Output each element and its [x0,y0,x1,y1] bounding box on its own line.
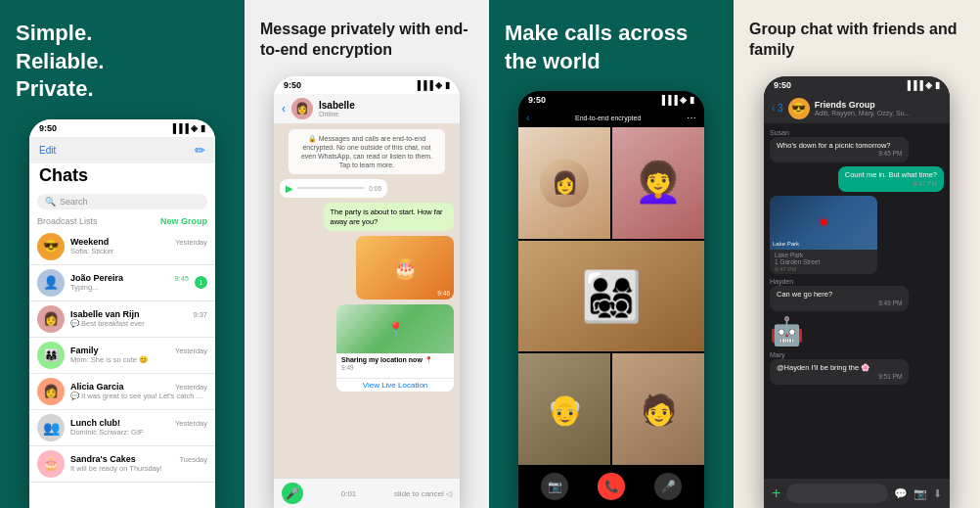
chat-item-weekend[interactable]: 😎 Weekend Yesterday Sofia: Sticker [29,229,215,265]
search-bar[interactable]: 🔍 Search [37,194,207,209]
phone-mockup-2: 9:50 ▐▐▐ ◈ ▮ ‹ 👩 Isabelle Online 🔒 Messa… [274,76,460,508]
status-bar-4: 9:50 ▐▐▐ ◈ ▮ [764,76,950,94]
chat-item-alicia[interactable]: 👩 Alicia Garcia Yesterday 💬 It was great… [29,374,215,410]
status-bar-2: 9:50 ▐▐▐ ◈ ▮ [274,76,460,94]
phone-mockup-4: 9:50 ▐▐▐ ◈ ▮ ‹ 3 😎 Friends Group Aditi, … [764,76,950,508]
sticker-message: 🤖 [770,315,804,347]
voice-note-received: ▶ 0:06 [280,179,387,198]
encrypted-label: End-to-end encrypted [575,115,641,121]
chats-title: Chats [29,163,215,190]
camera-button[interactable]: 📷 [541,473,568,500]
location-title: Sharing my location now 📍 [341,356,449,364]
plus-button[interactable]: + [772,485,780,502]
voice-recording-bar: 🎤 0:01 slide to cancel ◁ [274,478,460,508]
group-chat-area: Susan Who's down for a picnic tomorrow? … [764,123,950,479]
map-message: Lake Park Lake Park1 Garden Street9:47 P… [770,196,877,274]
panel-encryption: Message privately with end-to-end encryp… [245,0,489,508]
call-controls: 📷 📞 🎤 [518,465,704,508]
party-image: 🎂 9:46 [356,236,454,300]
call-tile-6: 🧑 [612,353,704,465]
play-icon[interactable]: ▶ [286,183,293,194]
group-message-sent-1: Count me in. But what time? 9:47 PM [770,166,944,192]
call-tile-5: 👴 [518,353,610,465]
call-tile-3: 👨‍👩‍👧‍👦 [518,241,704,352]
phone-header-1: Edit ✏ [29,137,215,163]
status-bar-3: 9:50 ▐▐▐ ◈ ▮ [518,91,704,109]
group-back-icon[interactable]: ‹ 3 [772,103,783,114]
location-time: 9:49 [341,364,449,371]
phone-mockup-3: 9:50 ▐▐▐ ◈ ▮ ‹ End-to-end encrypted ⋯ 👩 … [518,91,704,508]
avatar-family: 👨‍👩‍👧 [37,342,65,369]
phone-mockup-1: 9:50 ▐▐▐ ◈ ▮ Edit ✏ Chats 🔍 Search Broad… [29,119,215,508]
call-tile-1: 👩 [518,127,610,239]
status-bar-1: 9:50 ▐▐▐ ◈ ▮ [29,119,215,137]
contact-avatar: 👩 [291,98,313,119]
message-area-2: 🔒 Messages and calls are end-to-end encr… [274,123,460,478]
avatar-isabelle: 👩 [37,305,65,333]
call-back-icon[interactable]: ‹ [526,113,529,123]
chat-item-joao[interactable]: 👤 João Pereira 9:45 Typing... 1 [29,265,215,301]
group-message-hayden: Hayden Can we go here? 9:49 PM [770,278,944,311]
group-avatar: 😎 [788,98,810,119]
end-call-button[interactable]: 📞 [598,473,625,500]
mic-button[interactable]: 🎤 [654,473,682,500]
chat-content-family: Family Yesterday Mom: She is so cute 😊 [70,346,207,364]
edit-button[interactable]: Edit [39,145,56,156]
call-header: ‹ End-to-end encrypted ⋯ [518,109,704,127]
panel-group-chat: Group chat with friends and family 9:50 … [734,0,980,508]
avatar-alicia: 👩 [37,378,65,405]
panel2-headline: Message privately with end-to-end encryp… [260,20,473,61]
panel-simple-reliable-private: Simple. Reliable. Private. 9:50 ▐▐▐ ◈ ▮ … [0,0,245,508]
chat-content-lunchclub: Lunch club! Yesterday Dominic Schwarz: G… [70,418,207,437]
bottom-icons: 💬 📷 ⬇ [894,487,942,500]
chat-item-isabelle[interactable]: 👩 Isabelle van Rijn 9:37 💬 Best breakfas… [29,301,215,338]
chat-item-family[interactable]: 👨‍👩‍👧 Family Yesterday Mom: She is so cu… [29,338,215,374]
sent-message-1: The party is about to start. How far awa… [324,203,455,232]
group-bottom-bar: + 💬 📷 ⬇ [764,479,950,508]
unread-badge-joao: 1 [195,276,207,289]
system-message: 🔒 Messages and calls are end-to-end encr… [289,129,445,174]
chat-list: 😎 Weekend Yesterday Sofia: Sticker 👤 Joã… [29,229,215,483]
broadcast-row: Broadcast Lists New Group [29,213,215,229]
panel-calls: Make calls across the world 9:50 ▐▐▐ ◈ ▮… [489,0,734,508]
chat-content-alicia: Alicia Garcia Yesterday 💬 It was great t… [70,382,207,400]
panel4-headline: Group chat with friends and family [749,20,964,61]
avatar-joao: 👤 [37,269,65,297]
avatar-lunchclub: 👥 [37,414,65,441]
msg-header: ‹ 👩 Isabelle Online [274,94,460,123]
call-tile-2: 👩‍🦱 [612,127,704,239]
chat-content-joao: João Pereira 9:45 Typing... [70,273,189,292]
group-header: ‹ 3 😎 Friends Group Aditi, Rayyen, Mary,… [764,94,950,123]
mic-icon[interactable]: 🎤 [282,483,303,504]
location-bubble: 📍 Sharing my location now 📍 9:49 View Li… [336,304,454,392]
view-location-button[interactable]: View Live Location [336,378,454,392]
message-input[interactable] [786,484,888,503]
chat-content-isabelle: Isabelle van Rijn 9:37 💬 Best breakfast … [70,309,207,328]
download-icon[interactable]: ⬇ [933,487,942,500]
more-icon[interactable]: ⋯ [687,113,696,123]
camera-icon[interactable]: 📷 [913,487,927,500]
group-message-mary: Mary @Hayden I'll be bring the 🌸 9:51 PM [770,351,944,385]
call-grid: 👩 👩‍🦱 👨‍👩‍👧‍👦 👴 [518,127,704,465]
panel1-headline: Simple. Reliable. Private. [16,20,104,104]
avatar-weekend: 😎 [37,233,65,260]
panel3-headline: Make calls across the world [505,20,718,75]
chat-content-sandras: Sandra's Cakes Tuesday It will be ready … [70,454,207,473]
compose-icon[interactable]: ✏ [195,143,205,158]
chat-content-weekend: Weekend Yesterday Sofia: Sticker [70,237,207,255]
search-icon: 🔍 [45,197,56,207]
chat-item-sandras[interactable]: 🎂 Sandra's Cakes Tuesday It will be read… [29,446,215,483]
chat-item-lunchclub[interactable]: 👥 Lunch club! Yesterday Dominic Schwarz:… [29,410,215,446]
chat-icon[interactable]: 💬 [894,487,908,500]
avatar-sandras: 🎂 [37,450,65,478]
back-icon[interactable]: ‹ [282,102,286,115]
group-message-susan: Susan Who's down for a picnic tomorrow? … [770,129,944,162]
